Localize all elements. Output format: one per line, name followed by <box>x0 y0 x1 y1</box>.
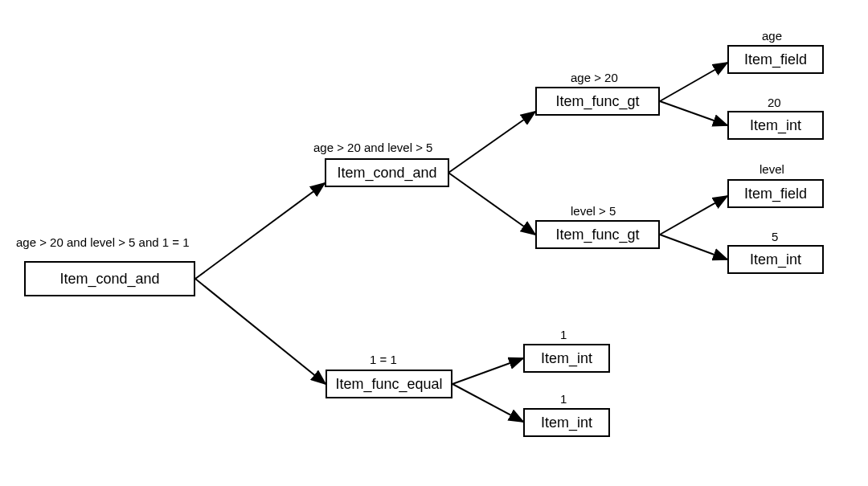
node-root: Item_cond_and <box>24 261 195 296</box>
svg-line-4 <box>448 173 535 235</box>
node-l2-equal-label: Item_func_equal <box>335 376 442 393</box>
node-field-age-caption: age <box>762 29 782 43</box>
svg-line-7 <box>660 63 727 101</box>
node-gt-level: Item_func_gt <box>535 220 660 249</box>
svg-line-6 <box>452 384 523 422</box>
node-field-level-caption: level <box>760 162 784 176</box>
node-gt-age-caption: age > 20 <box>571 71 618 84</box>
node-l2-and-label: Item_cond_and <box>337 165 436 182</box>
node-l2-and-caption: age > 20 and level > 5 <box>313 141 432 154</box>
node-int-20-caption: 20 <box>768 96 781 109</box>
node-field-age-label: Item_field <box>744 51 807 68</box>
svg-line-5 <box>452 358 523 384</box>
svg-line-3 <box>448 112 535 173</box>
node-l2-and: Item_cond_and <box>325 158 449 187</box>
node-root-caption: age > 20 and level > 5 and 1 = 1 <box>16 235 190 249</box>
node-equal-right-caption: 1 <box>560 392 567 406</box>
node-equal-left-label: Item_int <box>541 350 592 367</box>
node-root-label: Item_cond_and <box>59 271 159 288</box>
node-field-level: Item_field <box>727 179 824 208</box>
node-gt-level-label: Item_func_gt <box>555 227 639 243</box>
svg-line-2 <box>195 279 326 384</box>
node-int-5-label: Item_int <box>750 251 801 268</box>
node-int-5: Item_int <box>727 245 824 274</box>
node-int-20-label: Item_int <box>750 117 801 134</box>
node-gt-level-caption: level > 5 <box>571 204 616 218</box>
node-l2-equal: Item_func_equal <box>326 370 452 398</box>
node-field-level-label: Item_field <box>744 186 807 202</box>
node-field-age: Item_field <box>727 45 824 74</box>
node-gt-age-label: Item_func_gt <box>555 93 639 110</box>
node-l2-equal-caption: 1 = 1 <box>370 353 397 366</box>
node-equal-left-caption: 1 <box>560 328 567 341</box>
node-equal-right-label: Item_int <box>541 415 592 431</box>
node-int-20: Item_int <box>727 111 824 140</box>
svg-line-1 <box>195 183 325 279</box>
node-gt-age: Item_func_gt <box>535 87 660 116</box>
svg-line-10 <box>660 235 727 259</box>
svg-line-9 <box>660 196 727 235</box>
node-int-5-caption: 5 <box>772 230 778 243</box>
node-equal-right: Item_int <box>523 408 610 437</box>
svg-line-8 <box>660 101 727 125</box>
node-equal-left: Item_int <box>523 344 610 373</box>
